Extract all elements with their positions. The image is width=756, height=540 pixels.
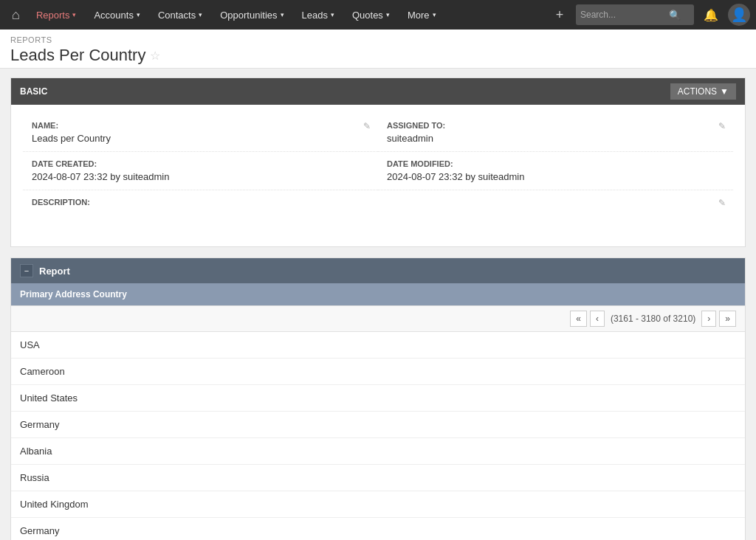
accounts-caret-icon: ▾ (137, 11, 140, 18)
basic-label: BASIC (20, 86, 47, 97)
report-pagination: « ‹ (3161 - 3180 of 3210) › » (11, 305, 745, 332)
collapse-button[interactable]: − (20, 264, 33, 277)
list-item: Germany (11, 412, 745, 438)
top-navigation: ⌂ Reports ▾ Accounts ▾ Contacts ▾ Opport… (0, 0, 756, 30)
breadcrumb: REPORTS (10, 35, 746, 44)
reports-caret-icon: ▾ (72, 11, 76, 18)
nav-item-contacts[interactable]: Contacts ▾ (151, 0, 210, 30)
nav-item-opportunities[interactable]: Opportunities ▾ (213, 0, 291, 30)
leads-caret-icon: ▾ (331, 11, 334, 18)
nav-item-quotes[interactable]: Quotes ▾ (345, 0, 397, 30)
first-page-button[interactable]: « (570, 311, 587, 327)
fields-grid: NAME: Leads per Country ✎ ASSIGNED TO: s… (23, 114, 733, 235)
favorite-star-icon[interactable]: ☆ (150, 49, 160, 63)
home-button[interactable]: ⌂ (6, 7, 26, 23)
assigned-to-edit-icon[interactable]: ✎ (718, 121, 726, 131)
basic-panel-body: NAME: Leads per Country ✎ ASSIGNED TO: s… (11, 105, 745, 246)
name-edit-icon[interactable]: ✎ (363, 121, 371, 131)
actions-button[interactable]: ACTIONS ▼ (670, 83, 736, 100)
name-value: Leads per Country (32, 133, 369, 144)
more-caret-icon: ▾ (433, 11, 436, 18)
report-header-label: Report (39, 266, 70, 277)
list-item: Russia (11, 465, 745, 491)
description-field: DESCRIPTION: ✎ (23, 190, 733, 235)
nav-item-leads[interactable]: Leads ▾ (295, 0, 342, 30)
basic-panel-header: BASIC ACTIONS ▼ (11, 78, 745, 105)
last-page-button[interactable]: » (719, 311, 736, 327)
date-created-label: DATE CREATED: (32, 159, 369, 168)
assigned-to-value: suiteadmin (387, 133, 724, 144)
list-item: Germany (11, 518, 745, 540)
list-item: United States (11, 385, 745, 412)
pagination-info: (3161 - 3180 of 3210) (611, 314, 695, 324)
nav-item-more[interactable]: More ▾ (400, 0, 444, 30)
contacts-caret-icon: ▾ (199, 11, 202, 18)
list-item: USA (11, 332, 745, 359)
page-title-text: Leads Per Country (10, 46, 145, 65)
next-page-button[interactable]: › (701, 311, 716, 327)
country-list: USACameroonUnited StatesGermanyAlbaniaRu… (11, 332, 745, 540)
search-box: 🔍 (576, 4, 694, 25)
page-title-container: Leads Per Country ☆ (10, 46, 746, 65)
page-header: REPORTS Leads Per Country ☆ (0, 30, 756, 69)
date-created-field: DATE CREATED: 2024-08-07 23:32 by suitea… (23, 152, 378, 190)
add-button[interactable]: + (549, 4, 570, 25)
description-edit-icon[interactable]: ✎ (718, 198, 726, 227)
date-modified-field: DATE MODIFIED: 2024-08-07 23:32 by suite… (378, 152, 733, 190)
actions-caret-icon: ▼ (720, 86, 729, 97)
description-label: DESCRIPTION: (32, 198, 724, 207)
report-panel-header: − Report (11, 258, 745, 283)
list-item: Cameroon (11, 359, 745, 385)
opportunities-caret-icon: ▾ (281, 11, 284, 18)
basic-panel: BASIC ACTIONS ▼ NAME: Leads per Country … (10, 77, 746, 247)
name-label: NAME: (32, 121, 369, 130)
list-item: Albania (11, 438, 745, 465)
main-content: BASIC ACTIONS ▼ NAME: Leads per Country … (0, 69, 756, 540)
assigned-to-field: ASSIGNED TO: suiteadmin ✎ (378, 114, 733, 152)
date-modified-value: 2024-08-07 23:32 by suiteadmin (387, 171, 724, 182)
quotes-caret-icon: ▾ (386, 11, 390, 18)
nav-item-reports[interactable]: Reports ▾ (29, 0, 84, 30)
notifications-button[interactable]: 🔔 (700, 4, 722, 26)
user-menu-button[interactable]: 👤 (728, 4, 750, 26)
report-panel: − Report Primary Address Country « ‹ (31… (10, 257, 746, 540)
nav-item-accounts[interactable]: Accounts ▾ (86, 0, 147, 30)
assigned-to-label: ASSIGNED TO: (387, 121, 724, 130)
search-icon: 🔍 (669, 10, 681, 21)
name-field: NAME: Leads per Country ✎ (23, 114, 378, 152)
prev-page-button[interactable]: ‹ (590, 311, 605, 327)
nav-right-area: + 🔍 🔔 👤 (549, 4, 750, 26)
date-created-value: 2024-08-07 23:32 by suiteadmin (32, 171, 369, 182)
search-input[interactable] (580, 10, 669, 20)
list-item: United Kingdom (11, 491, 745, 518)
date-modified-label: DATE MODIFIED: (387, 159, 724, 168)
report-column-header: Primary Address Country (11, 283, 745, 305)
